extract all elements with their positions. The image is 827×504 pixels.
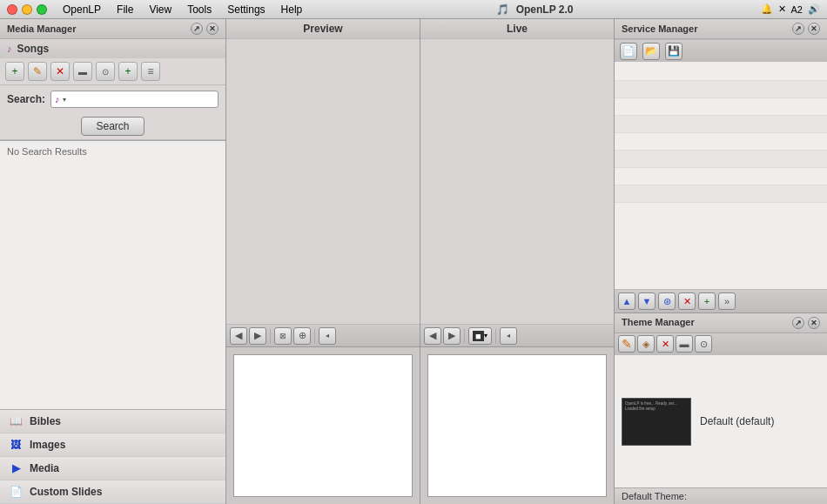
service-manager-float-button[interactable]: ↗ [792, 23, 804, 35]
theme-list: OpenLP is free... Ready, set... Loaded f… [615, 355, 827, 487]
service-manager-title: Service Manager [622, 24, 697, 34]
service-move-down-button[interactable]: ▼ [638, 292, 656, 310]
custom-slides-icon: 📄 [9, 485, 23, 499]
theme-manager-header-buttons[interactable]: ↗ ✕ [792, 317, 820, 329]
theme-thumb-text: OpenLP is free... Ready, set... Loaded f… [625, 401, 688, 413]
maximize-button[interactable] [37, 4, 47, 15]
service-row[interactable] [615, 168, 827, 185]
theme-color-button[interactable]: ◈ [637, 335, 655, 353]
theme-delete-button[interactable]: ✕ [656, 335, 674, 353]
preview-pane: Preview ◀ ▶ ⊠ ⊕ ◂ [226, 19, 420, 346]
service-list [615, 62, 827, 289]
nav-item-media[interactable]: ▶ Media [0, 457, 225, 480]
theme-import-button[interactable]: ▬ [676, 335, 693, 353]
service-save-button[interactable]: 💾 [665, 43, 682, 60]
nav-item-custom-slides[interactable]: 📄 Custom Slides [0, 480, 225, 504]
service-add-button[interactable]: + [698, 292, 716, 310]
media-manager-header-buttons[interactable]: ↗ ✕ [191, 23, 219, 35]
menu-openlp[interactable]: OpenLP [56, 2, 108, 17]
theme-manager-panel: Theme Manager ↗ ✕ ✎ ◈ ✕ ▬ ⊙ OpenLP is fr… [615, 313, 827, 487]
preview-prev-button[interactable]: ◀ [230, 327, 247, 345]
search-type-icon: ♪ [55, 94, 60, 104]
service-row[interactable] [615, 185, 827, 203]
search-input[interactable]: ♪ ▾ [50, 91, 219, 108]
songs-label: Songs [17, 43, 50, 55]
media-manager-float-button[interactable]: ↗ [191, 23, 203, 35]
service-action-toolbar: ▲ ▼ ⊛ ✕ + » [615, 289, 827, 312]
nav-item-images[interactable]: 🖼 Images [0, 433, 225, 457]
live-pane: Live ◀ ▶ ■ ▾ ◂ [420, 19, 614, 346]
theme-manager-close-button[interactable]: ✕ [808, 317, 820, 329]
preview-live-top: Preview ◀ ▶ ⊠ ⊕ ◂ Live ◀ ▶ [226, 19, 614, 347]
media-manager-header: Media Manager ↗ ✕ [0, 19, 225, 39]
search-dropdown-arrow[interactable]: ▾ [63, 96, 66, 104]
service-row[interactable] [615, 98, 827, 116]
service-open-button[interactable]: 📂 [642, 43, 660, 60]
window-controls[interactable] [7, 4, 47, 15]
preview-slide-thumb[interactable] [233, 354, 413, 497]
service-move-up-button[interactable]: ▲ [618, 292, 635, 310]
live-next-button[interactable]: ▶ [443, 327, 461, 345]
theme-manager-float-button[interactable]: ↗ [792, 317, 804, 329]
menu-help[interactable]: Help [274, 2, 310, 17]
preview-add-button[interactable]: ⊕ [293, 327, 311, 345]
add-to-service-button[interactable]: + [118, 62, 138, 81]
export-button[interactable]: ⊙ [96, 62, 115, 81]
service-row[interactable] [615, 116, 827, 133]
service-manager-panel: Service Manager ↗ ✕ 📄 📂 💾 [615, 19, 827, 313]
service-file-toolbar: 📄 📂 💾 [615, 39, 827, 62]
service-row[interactable] [615, 133, 827, 151]
close-button[interactable] [7, 4, 17, 15]
delete-song-button[interactable]: ✕ [50, 62, 70, 81]
preview-shrink-button[interactable]: ◂ [319, 327, 336, 345]
search-button-row: Search [0, 113, 225, 140]
menu-tools[interactable]: Tools [180, 2, 219, 17]
service-delete-button[interactable]: ✕ [678, 292, 696, 310]
minimize-button[interactable] [22, 4, 32, 15]
add-song-button[interactable]: + [5, 62, 24, 81]
menu-file[interactable]: File [110, 2, 140, 17]
service-filter-button[interactable]: ⊛ [658, 292, 676, 310]
service-manager-close-button[interactable]: ✕ [808, 23, 820, 35]
theme-export-button[interactable]: ⊙ [695, 335, 712, 353]
media-icon: ▶ [9, 461, 23, 475]
nav-item-bibles[interactable]: 📖 Bibles [0, 410, 225, 433]
media-manager-title: Media Manager [7, 24, 76, 34]
toolbar-separator-2 [314, 329, 315, 343]
songs-section: ♪ Songs + ✎ ✕ ▬ ⊙ + ≡ Search: ♪ ▾ Search [0, 39, 225, 141]
songs-header: ♪ Songs [0, 39, 225, 58]
preview-live-bottom [226, 347, 614, 504]
preview-blank-button[interactable]: ⊠ [274, 327, 292, 345]
preview-next-button[interactable]: ▶ [249, 327, 266, 345]
media-label: Media [30, 462, 59, 474]
no-results-text: No Search Results [7, 146, 87, 157]
list-view-button[interactable]: ≡ [141, 62, 160, 81]
menu-view[interactable]: View [142, 2, 178, 17]
live-display-dropdown[interactable]: ■ ▾ [468, 327, 492, 345]
live-slide-thumb[interactable] [427, 354, 607, 497]
edit-song-button[interactable]: ✎ [28, 62, 47, 81]
menu-settings[interactable]: Settings [220, 2, 272, 17]
service-manager-header-buttons[interactable]: ↗ ✕ [792, 23, 820, 35]
live-prev-button[interactable]: ◀ [424, 327, 441, 345]
service-new-button[interactable]: 📄 [620, 43, 637, 60]
images-icon: 🖼 [9, 438, 23, 452]
service-row[interactable] [615, 81, 827, 98]
search-results: No Search Results [0, 141, 225, 409]
search-label: Search: [7, 93, 45, 105]
media-manager-close-button[interactable]: ✕ [206, 23, 219, 35]
preview-content [226, 39, 420, 324]
live-shrink-button[interactable]: ◂ [500, 327, 517, 345]
import-button[interactable]: ▬ [73, 62, 92, 81]
service-more-button[interactable]: » [718, 292, 736, 310]
theme-edit-button[interactable]: ✎ [618, 335, 635, 353]
preview-thumbnails [226, 347, 420, 504]
menu-bar: OpenLP File View Tools Settings Help [56, 2, 309, 17]
search-button[interactable]: Search [81, 117, 144, 136]
live-thumbnails [420, 347, 614, 504]
theme-name[interactable]: Default (default) [700, 415, 774, 427]
live-toolbar: ◀ ▶ ■ ▾ ◂ [420, 324, 614, 346]
service-row[interactable] [615, 64, 827, 81]
right-panel: Service Manager ↗ ✕ 📄 📂 💾 [614, 19, 827, 504]
service-row[interactable] [615, 151, 827, 168]
